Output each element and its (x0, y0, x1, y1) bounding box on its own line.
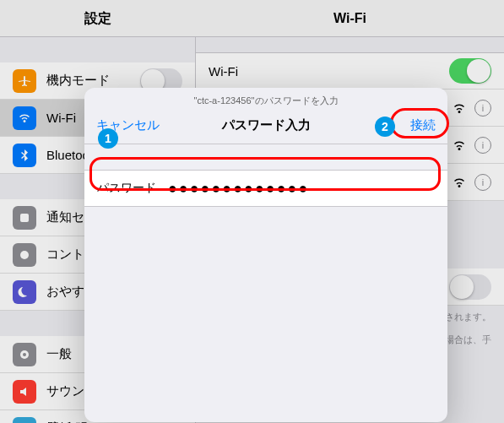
password-field[interactable]: パスワード ●●●●●●●●●●●●● (84, 170, 447, 207)
step-badge-2: 2 (375, 117, 395, 137)
password-label: パスワード (97, 181, 156, 196)
step-badge-1: 1 (98, 128, 118, 149)
password-modal: "ctc-a-123456"のパスワードを入力 キャンセル パスワード入力 接続… (84, 88, 447, 422)
modal-subtitle: "ctc-a-123456"のパスワードを入力 (84, 88, 447, 107)
connect-button[interactable]: 接続 (410, 117, 436, 133)
password-value: ●●●●●●●●●●●●● (168, 180, 309, 198)
modal-title: パスワード入力 (222, 117, 311, 133)
